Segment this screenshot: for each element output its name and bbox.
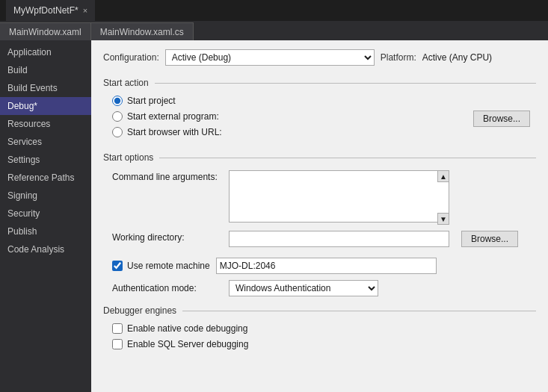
sidebar-item-build-events[interactable]: Build Events — [0, 79, 91, 97]
working-dir-label: Working directory: — [112, 231, 223, 243]
scroll-up-icon[interactable]: ▲ — [437, 170, 449, 182]
sidebar-item-security[interactable]: Security — [0, 205, 91, 223]
project-close-icon[interactable]: × — [83, 6, 87, 15]
radio-start-external-label: Start external program: — [127, 111, 219, 122]
radio-start-browser: Start browser with URL: — [112, 127, 222, 137]
sql-debug-checkbox[interactable] — [112, 339, 123, 349]
project-name: MyWpfDotNetF* — [13, 5, 78, 16]
cmd-args-label: Command line arguments: — [112, 170, 223, 182]
native-debug-checkbox-item: Enable native code debugging — [112, 323, 536, 334]
platform-value: Active (Any CPU) — [422, 52, 492, 63]
start-options-grid: Command line arguments: ▲ ▼ Working dire… — [103, 170, 536, 247]
scroll-down-icon[interactable]: ▼ — [437, 213, 449, 225]
tab-bar: MainWindow.xaml MainWindow.xaml.cs — [0, 21, 548, 40]
use-remote-label: Use remote machine — [127, 261, 210, 271]
auth-mode-label: Authentication mode: — [112, 283, 223, 293]
content-panel: Configuration: Active (Debug) Platform: … — [91, 40, 548, 392]
cmd-args-wrapper: ▲ ▼ — [229, 170, 449, 225]
platform-label: Platform: — [381, 52, 416, 63]
radio-start-browser-input[interactable] — [112, 127, 123, 137]
sidebar-item-settings[interactable]: Settings — [0, 151, 91, 169]
radio-start-project-label: Start project — [127, 96, 176, 106]
sql-debug-label: Enable SQL Server debugging — [127, 339, 248, 349]
sidebar-item-services[interactable]: Services — [0, 133, 91, 151]
config-label: Configuration: — [103, 52, 159, 63]
config-select[interactable]: Active (Debug) — [165, 49, 375, 66]
sidebar-item-debug[interactable]: Debug* — [0, 97, 91, 115]
start-action-radio-group: Start project Start external program: St… — [103, 96, 222, 137]
project-tab[interactable]: MyWpfDotNetF* × — [6, 0, 95, 21]
start-action-divider — [155, 83, 536, 84]
browse-external-button[interactable]: Browse... — [473, 111, 530, 127]
sidebar-item-signing[interactable]: Signing — [0, 187, 91, 205]
debugger-engines-divider — [182, 311, 536, 311]
debugger-engines-header: Debugger engines — [103, 305, 536, 316]
config-row: Configuration: Active (Debug) Platform: … — [103, 49, 536, 66]
sidebar-item-application[interactable]: Application — [0, 43, 91, 61]
sidebar-item-code-analysis[interactable]: Code Analysis — [0, 240, 91, 258]
native-debug-checkbox[interactable] — [112, 323, 123, 334]
start-action-header: Start action — [103, 78, 536, 88]
sidebar-item-build[interactable]: Build — [0, 61, 91, 79]
cmd-args-row: Command line arguments: ▲ ▼ — [112, 170, 536, 225]
sql-debug-checkbox-item: Enable SQL Server debugging — [112, 339, 536, 349]
radio-start-browser-label: Start browser with URL: — [127, 127, 222, 137]
start-options-header: Start options — [103, 152, 536, 163]
sidebar: Application Build Build Events Debug* Re… — [0, 40, 91, 392]
radio-start-project-input[interactable] — [112, 96, 123, 106]
auth-mode-row: Authentication mode: Windows Authenticat… — [103, 280, 536, 296]
sidebar-item-publish[interactable]: Publish — [0, 223, 91, 240]
working-dir-input[interactable] — [229, 231, 449, 247]
browse-working-dir-button[interactable]: Browse... — [461, 231, 518, 247]
debugger-section: Enable native code debugging Enable SQL … — [103, 323, 536, 349]
native-debug-label: Enable native code debugging — [127, 323, 247, 334]
cmd-args-textarea[interactable] — [229, 170, 449, 223]
tab-mainwindow-xaml-cs[interactable]: MainWindow.xaml.cs — [91, 22, 194, 40]
radio-start-external: Start external program: — [112, 111, 222, 122]
remote-machine-row: Use remote machine — [103, 258, 536, 274]
use-remote-checkbox[interactable] — [112, 261, 123, 271]
title-bar: MyWpfDotNetF* × — [0, 0, 548, 21]
radio-start-external-input[interactable] — [112, 111, 123, 122]
start-options-divider — [159, 158, 536, 158]
sidebar-item-resources[interactable]: Resources — [0, 115, 91, 133]
tab-mainwindow-xaml[interactable]: MainWindow.xaml — [0, 22, 91, 40]
radio-start-project: Start project — [112, 96, 222, 106]
working-dir-row: Working directory: Browse... — [112, 231, 536, 247]
auth-mode-select[interactable]: Windows Authentication None Universal — [229, 280, 378, 296]
use-remote-checkbox-item: Use remote machine — [112, 261, 210, 271]
sidebar-item-reference-paths[interactable]: Reference Paths — [0, 169, 91, 187]
remote-machine-input[interactable] — [216, 258, 437, 274]
main-layout: Application Build Build Events Debug* Re… — [0, 40, 548, 392]
platform-row: Platform: Active (Any CPU) — [381, 52, 492, 63]
